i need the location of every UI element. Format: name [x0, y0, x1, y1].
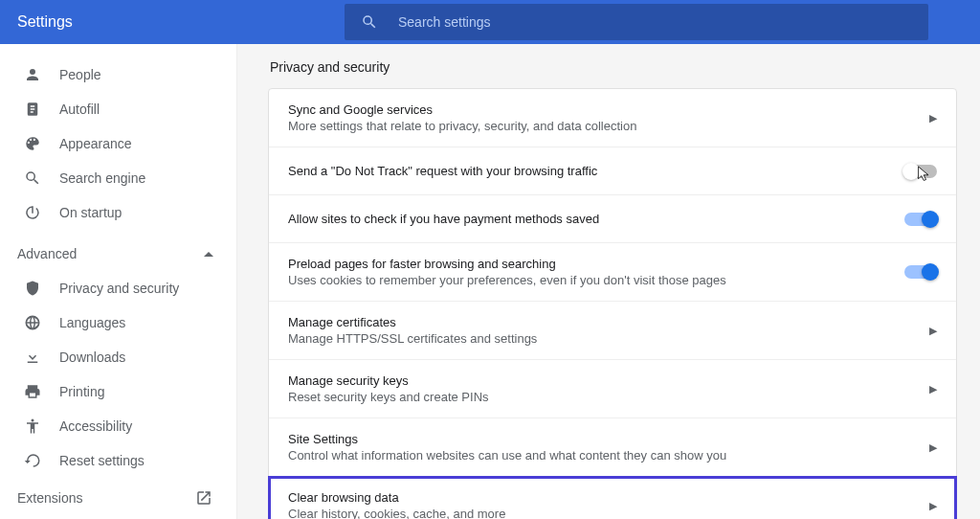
toggle[interactable]	[904, 265, 937, 279]
person-icon	[23, 65, 42, 84]
sidebar-item-label: Appearance	[59, 136, 132, 151]
sidebar-item-label: On startup	[59, 205, 122, 220]
toggle[interactable]	[904, 165, 937, 178]
row-allow-sites-to-check-if-you-have-payment-methods-saved[interactable]: Allow sites to check if you have payment…	[269, 195, 956, 243]
chevron-up-icon	[204, 252, 213, 257]
palette-icon	[23, 134, 42, 153]
row-title: Manage security keys	[288, 373, 922, 388]
row-sub: Control what information websites can us…	[288, 448, 922, 463]
print-icon	[23, 382, 42, 401]
download-icon	[23, 348, 42, 367]
sidebar-item-label: People	[59, 67, 101, 82]
row-title: Sync and Google services	[288, 102, 922, 117]
sidebar: PeopleAutofillAppearanceSearch engineOn …	[0, 44, 237, 519]
sidebar-item-people[interactable]: People	[0, 57, 236, 92]
sidebar-item-label: Autofill	[59, 102, 100, 117]
sidebar-item-label: Reset settings	[59, 453, 145, 468]
row-sub: Clear history, cookies, cache, and more	[288, 507, 922, 519]
section-title: Privacy and security	[268, 59, 957, 75]
row-site-settings[interactable]: Site SettingsControl what information we…	[269, 418, 956, 477]
autofill-icon	[23, 100, 42, 119]
sidebar-item-privacy-and-security[interactable]: Privacy and security	[0, 271, 236, 305]
row-sub: Manage HTTPS/SSL certificates and settin…	[288, 331, 922, 346]
svg-point-0	[32, 418, 34, 421]
sidebar-item-accessibility[interactable]: Accessibility	[0, 409, 236, 443]
settings-card: Sync and Google servicesMore settings th…	[268, 88, 957, 519]
row-send-a-do-not-track-request-with-your-browsing-traffic[interactable]: Send a "Do Not Track" request with your …	[269, 147, 956, 195]
row-title: Site Settings	[288, 432, 922, 446]
sidebar-item-label: Languages	[59, 315, 125, 330]
row-sub: More settings that relate to privacy, se…	[288, 119, 922, 133]
sidebar-item-label: Accessibility	[59, 418, 132, 434]
row-title: Clear browsing data	[288, 490, 922, 505]
chevron-right-icon: ▶	[929, 325, 937, 337]
restore-icon	[23, 451, 42, 470]
sidebar-item-label: Printing	[59, 384, 104, 399]
row-preload-pages-for-faster-browsing-and-searching[interactable]: Preload pages for faster browsing and se…	[269, 243, 956, 302]
topbar: Settings	[0, 0, 980, 44]
search-input[interactable]	[398, 14, 913, 30]
sidebar-item-downloads[interactable]: Downloads	[0, 340, 236, 374]
sidebar-item-appearance[interactable]: Appearance	[0, 126, 236, 161]
row-sync-and-google-services[interactable]: Sync and Google servicesMore settings th…	[269, 89, 956, 147]
advanced-label: Advanced	[17, 246, 77, 261]
sidebar-item-languages[interactable]: Languages	[0, 305, 236, 340]
row-manage-certificates[interactable]: Manage certificatesManage HTTPS/SSL cert…	[269, 302, 956, 360]
row-title: Allow sites to check if you have payment…	[288, 212, 904, 226]
shield-icon	[23, 279, 42, 298]
sidebar-item-autofill[interactable]: Autofill	[0, 92, 236, 126]
row-sub: Reset security keys and create PINs	[288, 390, 922, 404]
sidebar-item-reset-settings[interactable]: Reset settings	[0, 443, 236, 478]
settings-title: Settings	[17, 13, 345, 31]
chevron-right-icon: ▶	[929, 383, 937, 395]
row-title: Send a "Do Not Track" request with your …	[288, 164, 904, 178]
search-icon	[360, 12, 379, 32]
extensions-label: Extensions	[17, 490, 82, 506]
sidebar-item-label: Downloads	[59, 350, 125, 365]
row-sub: Uses cookies to remember your preference…	[288, 273, 904, 287]
sidebar-item-printing[interactable]: Printing	[0, 374, 236, 409]
sidebar-item-label: Privacy and security	[59, 281, 179, 296]
sidebar-item-label: Search engine	[59, 170, 145, 186]
row-title: Preload pages for faster browsing and se…	[288, 257, 904, 271]
search-box[interactable]	[345, 4, 928, 40]
toggle[interactable]	[904, 213, 937, 226]
main-content: Privacy and security Sync and Google ser…	[237, 44, 980, 519]
advanced-toggle[interactable]: Advanced	[0, 237, 236, 271]
row-title: Manage certificates	[288, 315, 922, 329]
chevron-right-icon: ▶	[929, 441, 937, 454]
accessibility-icon	[23, 417, 42, 436]
search-icon	[23, 169, 42, 188]
chevron-right-icon: ▶	[929, 500, 937, 512]
row-clear-browsing-data[interactable]: Clear browsing dataClear history, cookie…	[269, 477, 956, 519]
sidebar-item-on-startup[interactable]: On startup	[0, 195, 236, 230]
globe-icon	[23, 313, 42, 332]
chevron-right-icon: ▶	[929, 112, 937, 124]
power-icon	[23, 203, 42, 222]
sidebar-item-search-engine[interactable]: Search engine	[0, 161, 236, 195]
extensions-link[interactable]: Extensions	[0, 478, 236, 519]
row-manage-security-keys[interactable]: Manage security keysReset security keys …	[269, 360, 956, 418]
open-in-new-icon	[194, 488, 213, 508]
